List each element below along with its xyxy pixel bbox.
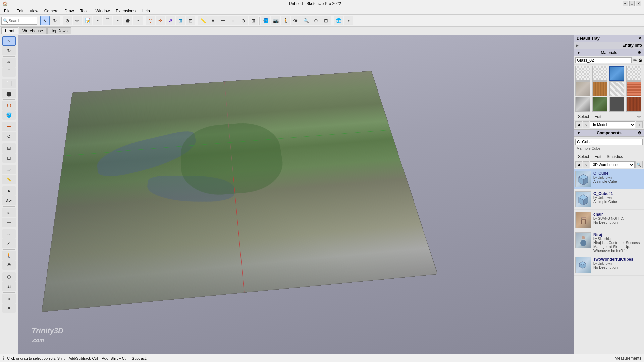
look-around-button[interactable]: 👁 [291,16,301,25]
menu-view[interactable]: View [27,8,41,14]
tab-front[interactable]: Front [1,27,18,34]
arc-tool-button[interactable]: ⌒ [103,16,112,25]
mat-thumb-12[interactable] [626,97,641,112]
text-left-button[interactable]: A [2,186,16,196]
sandbox2-button[interactable]: ≋ [2,282,16,291]
select-tool-button[interactable]: ↖ [40,16,50,25]
mat-thumb-10[interactable] [592,97,607,112]
materials-nav-prev[interactable]: ◀ [575,121,582,128]
paint-button[interactable]: 🪣 [261,16,270,25]
comp-item-twocubes[interactable]: TwoWonderfulCubes by Unknown No Descript… [574,255,644,276]
comp-select-btn[interactable]: Select [577,154,590,159]
comp-item-ccube[interactable]: C_Cube by Unknown A simple Cube. [574,169,644,189]
pencil-draw-button[interactable]: ✏ [2,58,16,67]
styles-dropdown[interactable]: ▾ [344,16,353,25]
dimension-button[interactable]: ↔ [228,16,238,25]
mat-thumb-11[interactable] [609,97,624,112]
scale-button[interactable]: ⊞ [176,16,185,25]
menu-window[interactable]: Window [93,8,113,14]
mat-thumb-2[interactable] [592,66,607,81]
scale-left-button[interactable]: ⊞ [2,143,16,153]
section-button[interactable]: ⊞ [249,16,258,25]
comp-search-btn[interactable]: 🔍 [635,161,643,168]
axes-button[interactable]: ✛ [218,16,228,25]
camera-left-button[interactable]: 👁 [2,260,16,270]
menu-camera[interactable]: Camera [42,8,61,14]
label-button[interactable]: A↗ [2,196,16,205]
eraser-button[interactable]: ✏ [73,16,82,25]
line-tool-button[interactable]: ⊘ [63,16,72,25]
pushpull-left-button[interactable]: ⬡ [2,101,16,110]
comp-nav-home[interactable]: ⌂ [583,161,589,168]
paint-left-button[interactable]: 🪣 [2,110,16,120]
menu-help[interactable]: Help [139,8,153,14]
orbit-tool-button[interactable]: ↻ [50,16,60,25]
pushpull-button[interactable]: ⬡ [146,16,155,25]
mat-thumb-4[interactable] [626,66,641,81]
default-tray-close-icon[interactable]: ✕ [638,36,641,41]
materials-nav-home[interactable]: ⌂ [583,121,589,128]
styles-button[interactable]: 🌐 [334,16,343,25]
mat-thumb-5[interactable] [575,81,590,96]
menu-tools[interactable]: Tools [77,8,92,14]
orbit-button[interactable]: ↻ [2,46,16,55]
zoom-window-button[interactable]: ⊕ [311,16,321,25]
mat-thumb-6[interactable] [592,81,607,96]
comp-nav-prev[interactable]: ◀ [575,161,582,168]
maximize-button[interactable]: □ [629,1,635,6]
tab-warehouse[interactable]: Warehouse [19,27,47,34]
camera-position-button[interactable]: 📷 [271,16,280,25]
shapes-button[interactable]: ⬟ [123,16,132,25]
comp-item-chair[interactable]: chair by GUANG NGHI C. No Description [574,210,644,230]
comp-nav-dropdown[interactable]: 3D Warehouse In Model [590,161,635,168]
extra1-button[interactable]: ⬥ [2,294,16,303]
dim-left-button[interactable]: ↔ [2,229,16,239]
protractor-button[interactable]: ⊙ [238,16,248,25]
move-left-button[interactable]: ✛ [2,122,16,131]
angle-button[interactable]: ∠ [2,239,16,248]
mat-thumb-8[interactable] [626,81,641,96]
shapes-dropdown[interactable]: ▾ [133,16,143,25]
materials-nav-dropdown[interactable]: In Model 3D Warehouse [590,121,635,128]
components-header[interactable]: ▼ Components ⚙ [574,129,644,137]
zoom-extents-button[interactable]: ⊞ [321,16,331,25]
materials-select-btn[interactable]: Select [577,114,590,119]
zoom-button[interactable]: 🔍 [301,16,311,25]
materials-edit-btn[interactable]: Edit [593,114,603,119]
menu-edit[interactable]: Edit [14,8,26,14]
follow-me-button[interactable]: ⊡ [2,153,16,163]
move-button[interactable]: ✛ [156,16,165,25]
rotate-left-button[interactable]: ↺ [2,132,16,141]
rotate-button[interactable]: ↺ [166,16,175,25]
entity-info-header[interactable]: ▶ Entity Info [574,42,644,49]
sandbox-button[interactable]: ⬡ [2,272,16,282]
viewport[interactable]: Trinity3D.com [18,35,574,354]
walk-left-button[interactable]: 🚶 [2,251,16,260]
menu-file[interactable]: File [1,8,13,14]
walk-button[interactable]: 🚶 [281,16,290,25]
material-name-input[interactable] [575,57,632,63]
rectangle-button[interactable]: ⬜ [2,79,16,88]
arrow-select-button[interactable]: ↖ [2,36,16,46]
materials-header[interactable]: ▼ Materials ⚙ [574,49,644,56]
menu-extensions[interactable]: Extensions [113,8,138,14]
materials-pencil-icon[interactable]: ✏ [637,114,641,119]
tape-button[interactable]: 📏 [198,16,208,25]
mat-thumb-selected[interactable] [609,66,624,81]
mat-thumb-7[interactable] [609,81,624,96]
arc-draw-button[interactable]: ⌒ [2,67,16,77]
search-input[interactable] [9,19,36,23]
material-edit-icon[interactable]: ✏ [633,58,637,63]
text-button[interactable]: A [208,16,218,25]
comp-item-ccube1[interactable]: C_Cube#1 by Unknown A simple Cube. [574,189,644,210]
menu-draw[interactable]: Draw [62,8,77,14]
circle-button[interactable]: ⬤ [2,89,16,98]
components-settings-icon[interactable]: ⚙ [638,131,641,135]
section-left-button[interactable]: ⧇ [2,208,16,217]
offset-button[interactable]: ⊡ [186,16,195,25]
extra2-button[interactable]: ❋ [2,303,16,313]
tape-left-button[interactable]: 📏 [2,175,16,184]
arc-dropdown[interactable]: ▾ [113,16,122,25]
tab-topdown[interactable]: TopDown [47,27,71,34]
component-name-input[interactable] [575,139,643,145]
